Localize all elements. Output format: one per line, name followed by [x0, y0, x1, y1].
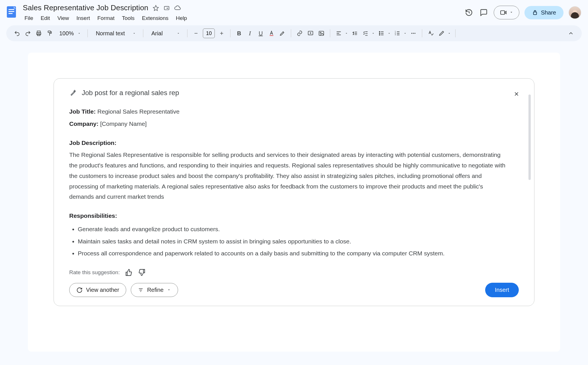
font-size-input[interactable] [203, 28, 215, 38]
editing-mode-button[interactable] [436, 28, 447, 38]
zoom-select[interactable]: 100% [55, 30, 84, 37]
account-avatar[interactable] [569, 6, 581, 19]
underline-button[interactable]: U [256, 28, 266, 38]
text-color-button[interactable] [266, 28, 277, 38]
refine-button[interactable]: Refine [131, 283, 178, 297]
comments-icon[interactable] [479, 8, 489, 17]
insert-image-button[interactable] [316, 28, 326, 38]
svg-point-21 [411, 33, 413, 34]
insert-button[interactable]: Insert [485, 283, 519, 297]
menu-format[interactable]: Format [94, 13, 118, 23]
responsibility-item: Maintain sales tasks and detail notes in… [78, 236, 507, 247]
svg-text:3: 3 [395, 34, 396, 36]
decrease-font-size-button[interactable] [191, 28, 201, 38]
app-header: Sales Representative Job Description Fil… [0, 0, 588, 23]
line-spacing-button[interactable] [350, 28, 360, 38]
separator [230, 29, 230, 37]
chevron-down-icon[interactable] [403, 32, 408, 35]
menu-help[interactable]: Help [172, 13, 190, 23]
undo-button[interactable] [12, 28, 22, 38]
refine-label: Refine [147, 287, 164, 293]
separator [455, 29, 456, 37]
svg-point-23 [415, 33, 416, 34]
chevron-down-icon[interactable] [371, 32, 376, 35]
responsibilities-label: Responsibilities: [69, 212, 117, 219]
job-title-value: Regional Sales Representative [97, 108, 179, 115]
svg-rect-1 [9, 9, 14, 10]
spellcheck-button[interactable] [426, 28, 436, 38]
separator [143, 29, 143, 37]
view-another-label: View another [86, 287, 119, 293]
menu-tools[interactable]: Tools [119, 13, 138, 23]
meet-button[interactable] [494, 6, 519, 19]
star-icon[interactable] [152, 5, 159, 11]
paint-format-button[interactable] [44, 28, 55, 38]
font-value: Arial [151, 30, 163, 37]
align-button[interactable] [334, 28, 344, 38]
svg-point-16 [379, 33, 380, 34]
separator [187, 29, 187, 37]
increase-font-size-button[interactable] [217, 28, 227, 38]
collapse-toolbar-button[interactable] [566, 28, 576, 38]
thumbs-up-button[interactable] [125, 268, 133, 276]
svg-rect-6 [533, 12, 536, 15]
menu-view[interactable]: View [54, 13, 72, 23]
move-icon[interactable] [163, 5, 170, 11]
more-button[interactable] [408, 28, 418, 38]
job-description-label: Job Description: [69, 140, 117, 146]
menu-file[interactable]: File [21, 13, 37, 23]
svg-rect-2 [9, 11, 14, 12]
chevron-down-icon [167, 287, 171, 293]
chevron-down-icon [77, 32, 82, 35]
print-button[interactable] [34, 28, 44, 38]
view-another-button[interactable]: View another [69, 283, 126, 297]
rate-label: Rate this suggestion: [69, 269, 120, 276]
job-description-body: The Regional Sales Representative is res… [69, 150, 507, 202]
responsibility-item: Generate leads and evangelize product to… [78, 224, 507, 235]
paragraph-style-select[interactable]: Normal text [91, 30, 140, 37]
svg-point-22 [413, 33, 414, 34]
menu-insert[interactable]: Insert [73, 13, 93, 23]
chevron-down-icon[interactable] [447, 32, 452, 35]
history-icon[interactable] [464, 8, 474, 17]
responsibility-item: Process all correspondence and paperwork… [78, 248, 507, 259]
docs-app-icon[interactable] [4, 5, 19, 19]
svg-rect-3 [9, 13, 13, 14]
svg-point-17 [379, 34, 380, 35]
ai-suggestion-card: Job post for a regional sales rep Job Ti… [54, 78, 534, 306]
company-value: [Company Name] [100, 120, 147, 127]
bold-button[interactable]: B [234, 28, 244, 38]
insert-comment-button[interactable] [305, 28, 316, 38]
scrollbar[interactable] [528, 95, 531, 180]
svg-point-14 [320, 32, 321, 33]
chevron-down-icon [509, 10, 513, 16]
chevron-down-icon [176, 32, 181, 35]
menu-bar: File Edit View Insert Format Tools Exten… [21, 12, 464, 23]
svg-rect-11 [270, 35, 273, 36]
insert-link-button[interactable] [295, 28, 305, 38]
cloud-status-icon[interactable] [174, 5, 181, 11]
thumbs-down-button[interactable] [138, 268, 146, 276]
share-label: Share [541, 9, 556, 16]
svg-rect-13 [319, 31, 324, 36]
chevron-down-icon[interactable] [387, 32, 392, 35]
checklist-button[interactable] [360, 28, 371, 38]
numbered-list-button[interactable]: 123 [392, 28, 403, 38]
menu-extensions[interactable]: Extensions [138, 13, 172, 23]
bulleted-list-button[interactable] [376, 28, 387, 38]
font-select[interactable]: Arial [147, 30, 184, 37]
close-button[interactable] [513, 90, 520, 98]
share-button[interactable]: Share [524, 6, 564, 19]
toolbar: 100% Normal text Arial B I U 123 [6, 25, 582, 41]
paragraph-style-value: Normal text [96, 30, 125, 37]
chevron-down-icon [132, 32, 137, 35]
chevron-down-icon[interactable] [344, 32, 349, 35]
suggestion-body: Job Title: Regional Sales Representative… [69, 106, 519, 261]
svg-rect-5 [501, 11, 505, 15]
doc-title[interactable]: Sales Representative Job Description [23, 3, 148, 12]
italic-button[interactable]: I [245, 28, 255, 38]
menu-edit[interactable]: Edit [37, 13, 54, 23]
redo-button[interactable] [23, 28, 33, 38]
suggestion-prompt-title: Job post for a regional sales rep [82, 89, 179, 97]
highlight-button[interactable] [277, 28, 287, 38]
